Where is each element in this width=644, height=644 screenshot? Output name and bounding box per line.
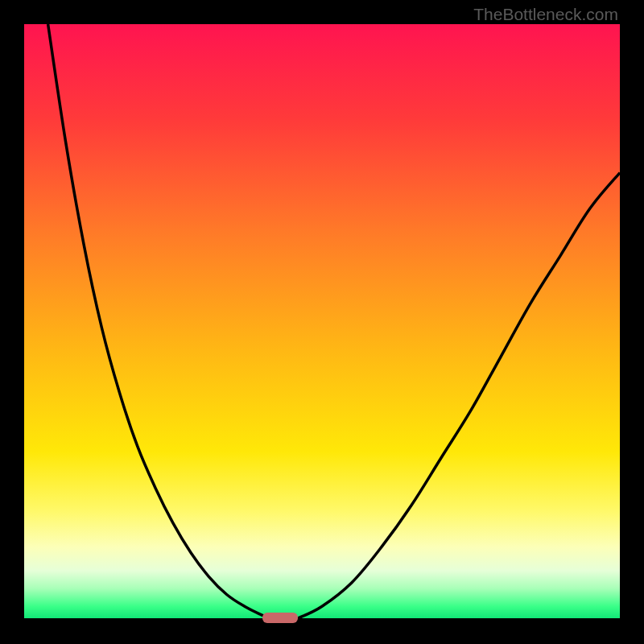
watermark-text: TheBottleneck.com <box>473 5 618 24</box>
left-bottleneck-curve <box>48 24 272 618</box>
optimal-range-marker <box>262 613 298 623</box>
right-bottleneck-curve <box>298 173 620 619</box>
curves-layer <box>24 24 620 618</box>
chart-area <box>24 24 620 618</box>
